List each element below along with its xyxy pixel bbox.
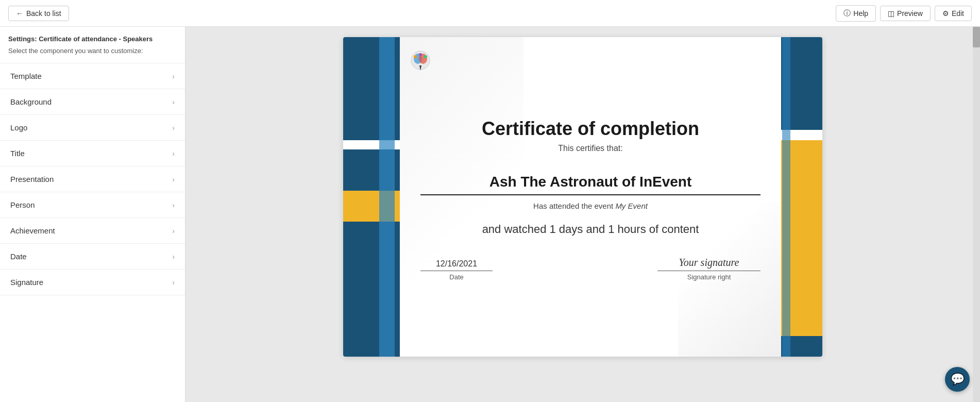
sidebar-item-achievement[interactable]: Achievement › [0, 217, 185, 243]
cert-subtitle: This certifies that: [558, 144, 622, 153]
chevron-right-icon: › [172, 253, 175, 261]
monitor-icon: ◫ [888, 9, 894, 18]
cert-attended: Has attended the event My Event [533, 202, 648, 210]
sidebar-item-label: Date [10, 252, 27, 261]
sidebar-item-date[interactable]: Date › [0, 243, 185, 269]
chevron-right-icon: › [172, 98, 175, 106]
cert-left-thin [379, 37, 395, 357]
cert-signature-label: Signature right [687, 273, 731, 281]
certificate: Certificate of completion This certifies… [343, 37, 822, 357]
cert-date-block: 12/16/2021 Date [420, 259, 493, 281]
chevron-right-icon: › [172, 227, 175, 235]
chat-bubble-button[interactable]: 💬 [945, 367, 970, 392]
chevron-right-icon: › [172, 175, 175, 183]
sidebar-item-label: Presentation [10, 175, 54, 183]
sidebar-item-template[interactable]: Template › [0, 63, 185, 89]
sidebar-item-presentation[interactable]: Presentation › [0, 166, 185, 192]
preview-button[interactable]: ◫ Preview [880, 6, 931, 21]
cert-date-value: 12/16/2021 [420, 259, 493, 271]
cert-name: Ash The Astronaut of InEvent [420, 174, 761, 195]
cert-title: Certificate of completion [482, 118, 699, 140]
cert-content: Certificate of completion This certifies… [400, 37, 781, 357]
back-to-list-button[interactable]: ← Back to list [8, 6, 69, 21]
sidebar-item-label: Signature [10, 278, 43, 287]
sidebar-item-logo[interactable]: Logo › [0, 114, 185, 140]
sidebar-item-label: Achievement [10, 226, 55, 235]
help-button[interactable]: ⓘ Help [836, 5, 876, 22]
settings-title: Settings: Certificate of attendance - Sp… [0, 35, 185, 47]
sidebar-item-person[interactable]: Person › [0, 192, 185, 217]
top-right-actions: ⓘ Help ◫ Preview ⚙ Edit [836, 5, 972, 22]
cert-watched: and watched 1 days and 1 hours of conten… [482, 223, 699, 236]
preview-area: Certificate of completion This certifies… [185, 27, 980, 402]
gear-icon: ⚙ [942, 9, 949, 18]
chevron-right-icon: › [172, 124, 175, 132]
sidebar: Settings: Certificate of attendance - Sp… [0, 27, 185, 402]
cert-signature-value: Your signature [657, 257, 761, 271]
top-bar: ← Back to list ⓘ Help ◫ Preview ⚙ Edit [0, 0, 980, 27]
sidebar-item-label: Template [10, 72, 42, 80]
chat-icon: 💬 [951, 373, 965, 386]
sidebar-item-label: Person [10, 200, 35, 209]
chevron-right-icon: › [172, 201, 175, 209]
select-prompt: Select the component you want to customi… [0, 47, 185, 63]
help-icon: ⓘ [843, 9, 851, 18]
edit-button[interactable]: ⚙ Edit [935, 6, 972, 21]
sidebar-item-label: Logo [10, 123, 27, 132]
sidebar-item-background[interactable]: Background › [0, 89, 185, 114]
scrollbar-track[interactable] [973, 27, 980, 402]
main-layout: Settings: Certificate of attendance - Sp… [0, 27, 980, 402]
chevron-right-icon: › [172, 278, 175, 287]
chevron-right-icon: › [172, 72, 175, 80]
scrollbar-thumb[interactable] [973, 27, 980, 47]
sidebar-item-label: Title [10, 149, 25, 158]
sidebar-item-signature[interactable]: Signature › [0, 269, 185, 295]
cert-bottom: 12/16/2021 Date Your signature Signature… [420, 257, 761, 281]
sidebar-item-title[interactable]: Title › [0, 140, 185, 166]
cert-right-thin [782, 37, 790, 357]
chevron-right-icon: › [172, 149, 175, 158]
cert-date-label: Date [449, 273, 463, 281]
sidebar-item-label: Background [10, 97, 52, 106]
cert-signature-block: Your signature Signature right [657, 257, 761, 281]
